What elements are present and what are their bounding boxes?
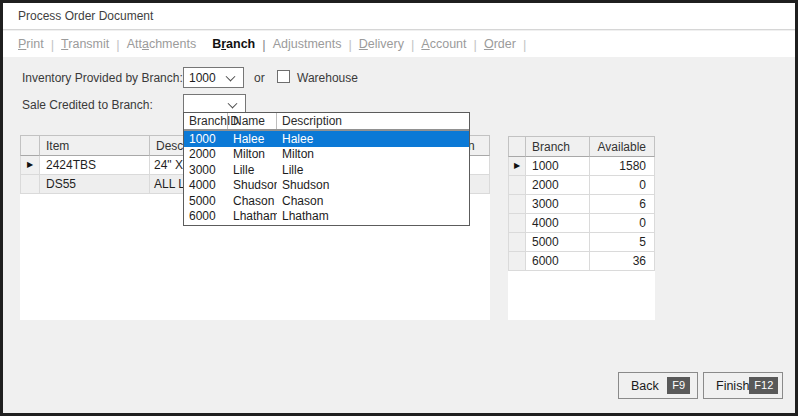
available-cell[interactable]: 5 xyxy=(590,233,655,252)
row-selector-header[interactable] xyxy=(20,135,40,156)
availability-grid-header: Branch Available xyxy=(508,136,655,157)
dropdown-option-2000[interactable]: 2000 Milton Milton xyxy=(184,147,469,163)
tab-separator: | xyxy=(523,37,526,52)
process-order-dialog: Process Order Document Print | Transmit … xyxy=(0,0,798,416)
chevron-down-icon xyxy=(228,98,238,108)
branchid-column-header: BranchID xyxy=(184,113,228,129)
tab-separator: | xyxy=(116,37,119,52)
row-selector[interactable] xyxy=(508,195,526,214)
dropdown-option-1000[interactable]: 1000 Halee Halee xyxy=(184,131,469,147)
tab-separator: | xyxy=(262,37,265,52)
current-row-selector[interactable]: ▶ xyxy=(508,157,526,176)
item-cell[interactable]: 2424TBS xyxy=(40,156,150,175)
sale-credited-label: Sale Credited to Branch: xyxy=(22,98,153,112)
availability-grid: Branch Available ▶ 1000 1580 2000 0 3000… xyxy=(508,136,655,320)
finish-fkey-badge: F12 xyxy=(749,377,778,394)
inventory-branch-label: Inventory Provided by Branch: xyxy=(22,71,183,85)
chevron-down-icon xyxy=(226,71,236,81)
warehouse-label: Warehouse xyxy=(297,71,358,85)
availability-row[interactable]: 3000 6 xyxy=(508,195,655,214)
tab-separator: | xyxy=(474,37,477,52)
tab-strip: Print | Transmit | Attachments Branch | … xyxy=(3,31,795,57)
branch-cell[interactable]: 2000 xyxy=(526,176,590,195)
branch-dropdown-list: BranchID Name Description 1000 Halee Hal… xyxy=(183,112,470,226)
tab-transmit[interactable]: Transmit xyxy=(61,37,109,51)
row-selector-icon: ▶ xyxy=(514,162,520,170)
inventory-branch-combobox[interactable]: 1000 xyxy=(183,67,244,88)
branch-cell[interactable]: 3000 xyxy=(526,195,590,214)
branch-cell[interactable]: 5000 xyxy=(526,233,590,252)
tab-separator: | xyxy=(411,37,414,52)
or-label: or xyxy=(254,71,265,85)
branch-cell[interactable]: 1000 xyxy=(526,157,590,176)
row-selector[interactable] xyxy=(508,176,526,195)
available-cell[interactable]: 6 xyxy=(590,195,655,214)
branch-column-header[interactable]: Branch xyxy=(526,136,590,157)
branch-cell[interactable]: 4000 xyxy=(526,214,590,233)
dropdown-header: BranchID Name Description xyxy=(184,113,469,131)
inventory-branch-value: 1000 xyxy=(189,71,216,85)
tab-account[interactable]: Account xyxy=(421,37,466,51)
dropdown-option-6000[interactable]: 6000 Lhatham Lhatham xyxy=(184,209,469,225)
row-selector-header[interactable] xyxy=(508,136,526,157)
current-row-selector[interactable]: ▶ xyxy=(20,156,40,175)
row-selector[interactable] xyxy=(508,233,526,252)
row-selector[interactable] xyxy=(508,252,526,271)
dropdown-option-3000[interactable]: 3000 Lille Lille xyxy=(184,162,469,178)
dropdown-option-5000[interactable]: 5000 Chason Chason xyxy=(184,193,469,209)
available-cell[interactable]: 36 xyxy=(590,252,655,271)
tab-print[interactable]: Print xyxy=(18,37,44,51)
row-selector[interactable] xyxy=(508,214,526,233)
tab-order[interactable]: Order xyxy=(484,37,516,51)
row-selector[interactable] xyxy=(20,175,40,194)
tab-branch[interactable]: Branch xyxy=(212,37,255,51)
availability-row[interactable]: ▶ 1000 1580 xyxy=(508,157,655,176)
name-column-header: Name xyxy=(228,113,277,129)
availability-row[interactable]: 4000 0 xyxy=(508,214,655,233)
item-cell[interactable]: DS55 xyxy=(40,175,150,194)
available-cell[interactable]: 0 xyxy=(590,214,655,233)
description-column-header: Description xyxy=(277,113,469,129)
window-title: Process Order Document xyxy=(18,9,153,23)
tab-adjustments[interactable]: Adjustments xyxy=(273,37,342,51)
available-cell[interactable]: 1580 xyxy=(590,157,655,176)
branch-cell[interactable]: 6000 xyxy=(526,252,590,271)
back-button[interactable]: Back F9 xyxy=(618,372,698,399)
row-selector-icon: ▶ xyxy=(27,161,33,169)
back-fkey-badge: F9 xyxy=(667,377,690,394)
warehouse-checkbox[interactable] xyxy=(277,70,290,83)
tab-delivery[interactable]: Delivery xyxy=(359,37,404,51)
available-column-header[interactable]: Available xyxy=(590,136,655,157)
availability-row[interactable]: 5000 5 xyxy=(508,233,655,252)
item-column-header[interactable]: Item xyxy=(40,135,150,156)
available-cell[interactable]: 0 xyxy=(590,176,655,195)
availability-row[interactable]: 6000 36 xyxy=(508,252,655,271)
tab-attachments[interactable]: Attachments xyxy=(127,37,197,51)
availability-row[interactable]: 2000 0 xyxy=(508,176,655,195)
title-bar: Process Order Document xyxy=(3,3,795,30)
tab-separator: | xyxy=(51,37,54,52)
finish-button[interactable]: Finish F12 xyxy=(703,372,783,399)
dropdown-option-4000[interactable]: 4000 Shudson Shudson xyxy=(184,178,469,194)
tab-separator: | xyxy=(348,37,351,52)
